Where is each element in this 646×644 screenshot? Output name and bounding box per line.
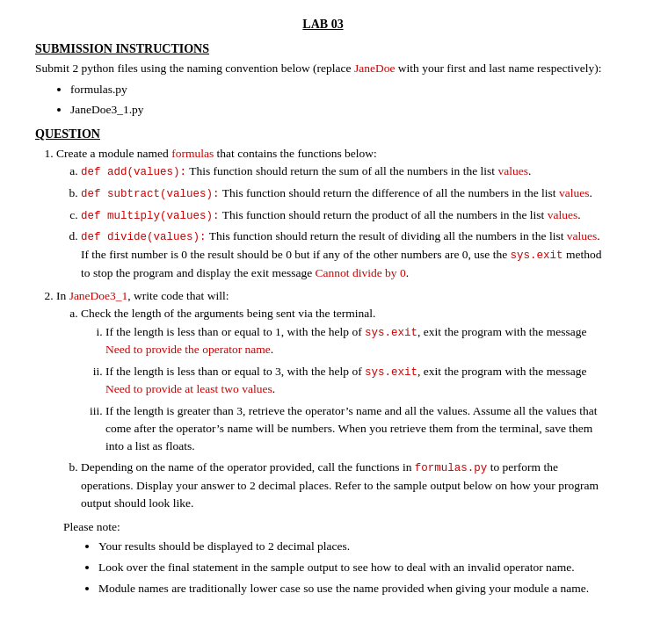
question-section: QUESTION Create a module named formulas … [35, 127, 611, 598]
notes-list: Your results should be displayed to 2 de… [98, 538, 611, 598]
please-note-label: Please note: [63, 520, 120, 533]
file-list: formulas.py JaneDoe3_1.py [70, 81, 611, 119]
submission-heading: SUBMISSION INSTRUCTIONS [35, 42, 611, 56]
item2-operator-call: Depending on the name of the operator pr… [81, 459, 611, 512]
file-item-2: JaneDoe3_1.py [70, 101, 611, 119]
submission-intro: Submit 2 python files using the naming c… [35, 60, 611, 77]
item2-check-length: Check the length of the arguments being … [81, 305, 611, 455]
submission-section: SUBMISSION INSTRUCTIONS Submit 2 python … [35, 42, 611, 119]
functions-list: def add(values): This function should re… [81, 163, 611, 282]
roman-item-3: If the length is greater than 3, retriev… [105, 402, 611, 456]
function-subtract: def subtract(values): This function shou… [81, 185, 611, 203]
item2-alpha-list: Check the length of the arguments being … [81, 305, 611, 512]
roman-item-2: If the length is less than or equal to 3… [105, 363, 611, 399]
main-question-list: Create a module named formulas that cont… [56, 145, 611, 598]
question-item-1: Create a module named formulas that cont… [56, 145, 611, 282]
note-item-1: Your results should be displayed to 2 de… [98, 538, 611, 555]
file-item-1: formulas.py [70, 81, 611, 98]
roman-list: If the length is less than or equal to 1… [105, 323, 611, 456]
function-add: def add(values): This function should re… [81, 163, 611, 181]
please-note-section: Please note: Your results should be disp… [63, 518, 611, 598]
question-heading: QUESTION [35, 127, 611, 141]
note-item-3: Module names are traditionally lower cas… [98, 580, 611, 597]
page-title: LAB 03 [35, 18, 611, 32]
note-item-2: Look over the final statement in the sam… [98, 559, 611, 576]
question-item-2: In JaneDoe3_1, write code that will: Che… [56, 287, 611, 598]
function-multiply: def multiply(values): This function shou… [81, 206, 611, 225]
function-divide: def divide(values): This function should… [81, 228, 611, 282]
roman-item-1: If the length is less than or equal to 1… [105, 323, 611, 359]
